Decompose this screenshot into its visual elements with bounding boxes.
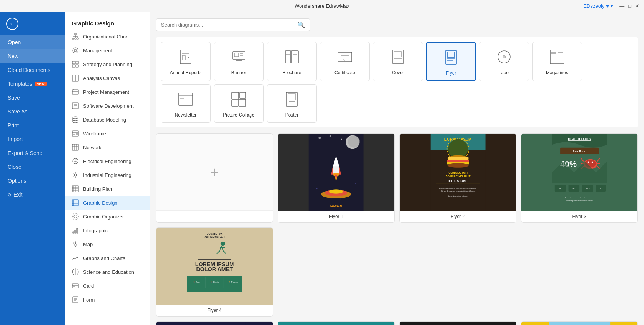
nav-item-electrical[interactable]: Electrical Engineering [65, 154, 150, 168]
flyer5-card[interactable]: LOREM IPSUM Lorem ipsum dolor sit amet, … [156, 321, 273, 325]
back-button[interactable]: ← [0, 12, 65, 35]
category-picture-collage[interactable]: Picture Collage [214, 84, 264, 123]
flyer6-card[interactable]: LOREM IPSUM CONSECTUR ADIPISCING DOLOR S… [278, 321, 394, 325]
brochure-icon [282, 47, 302, 67]
nav-item-card[interactable]: Card [65, 279, 150, 293]
sidebar-item-save[interactable]: Save [0, 91, 65, 105]
sidebar-item-import[interactable]: Import [0, 132, 65, 146]
svg-rect-68 [182, 55, 185, 60]
nav-item-graphic-design[interactable]: Graphic Design [65, 196, 150, 210]
nav-item-graphs[interactable]: Graphs and Charts [65, 251, 150, 265]
category-poster[interactable]: Poster [267, 84, 317, 123]
nav-item-software[interactable]: Software Development [65, 99, 150, 113]
sidebar-item-close[interactable]: Close [0, 160, 65, 174]
nav-item-network[interactable]: Network [65, 140, 150, 154]
svg-rect-97 [557, 50, 564, 64]
template-grid: + [156, 133, 638, 317]
nav-item-analysis[interactable]: Analysis Canvas [65, 71, 150, 85]
sidebar-item-exit[interactable]: ⊙ Exit [0, 188, 65, 202]
flyer3-label: Flyer 3 [521, 211, 637, 222]
org-chart-icon [72, 33, 79, 40]
nav-item-science[interactable]: Science and Education [65, 265, 150, 279]
svg-point-55 [75, 243, 76, 244]
flyer8-card[interactable]: LOREM IPSUM [521, 321, 638, 325]
banner-icon [229, 47, 249, 67]
svg-text:Lorem ipsum dolor sit amet, co: Lorem ipsum dolor sit amet, consectetur … [439, 187, 477, 189]
form-icon [72, 296, 79, 303]
sidebar-item-save-as[interactable]: Save As [0, 105, 65, 118]
nav-item-org-chart[interactable]: Organizational Chart [65, 30, 150, 43]
svg-text:Sea Food: Sea Food [572, 150, 586, 153]
flyer1-card[interactable]: LAUNCH Flyer 1 [278, 133, 394, 223]
sidebar-item-templates[interactable]: Templates NEW [0, 77, 65, 91]
card-icon [72, 282, 79, 290]
left-sidebar: ← Open New Cloud Documents Templates NEW… [0, 12, 65, 325]
nav-item-industrial[interactable]: Industrial Engineering [65, 168, 150, 182]
blank-thumb: + [156, 134, 273, 211]
svg-point-130 [329, 189, 343, 193]
svg-rect-53 [75, 230, 76, 233]
nav-item-project[interactable]: Project Management [65, 85, 150, 99]
flyer7-thumb: LOREM IPSUM DOLOR Lorem ipsum dolor sit … [400, 322, 516, 325]
svg-text:adipiscing elit sed do eiusmod: adipiscing elit sed do eiusmod tempor [566, 200, 593, 202]
svg-point-51 [72, 213, 78, 220]
flyer7-card[interactable]: LOREM IPSUM DOLOR Lorem ipsum dolor sit … [399, 321, 516, 325]
category-certificate[interactable]: Certificate [320, 42, 370, 81]
nav-item-map[interactable]: Map [65, 237, 150, 251]
certificate-icon [335, 47, 355, 67]
svg-point-120 [341, 139, 342, 140]
svg-rect-90 [447, 52, 455, 57]
flyer3-card[interactable]: HEALTH FACTS Sea Food 40% [521, 133, 638, 223]
svg-point-84 [344, 58, 346, 60]
blank-template-card[interactable]: + [156, 133, 273, 223]
middle-nav: Graphic Design Organizational Chart Mana… [65, 12, 150, 325]
svg-text:DOLOR SIT AMET: DOLOR SIT AMET [447, 180, 468, 182]
svg-rect-29 [73, 133, 75, 135]
nav-item-wireframe[interactable]: Wireframe [65, 127, 150, 140]
svg-text:295: 295 [586, 187, 590, 190]
category-magazines[interactable]: Magazines [532, 42, 582, 81]
industrial-icon [72, 171, 79, 179]
nav-item-graphic-organizer[interactable]: Graphic Organizer [65, 210, 150, 223]
nav-item-infographic[interactable]: Infographic [65, 223, 150, 237]
flyer5-thumb: LOREM IPSUM Lorem ipsum dolor sit amet, … [156, 322, 273, 325]
category-brochure[interactable]: Brochure [267, 42, 317, 81]
nav-item-management[interactable]: Management [65, 43, 150, 57]
sidebar-item-open[interactable]: Open [0, 35, 65, 49]
svg-rect-210 [549, 322, 610, 325]
sidebar-item-options[interactable]: Options [0, 174, 65, 188]
svg-rect-71 [234, 53, 239, 57]
category-flyer[interactable]: Flyer [426, 42, 476, 81]
category-annual-reports[interactable]: Annual Reports [161, 42, 211, 81]
sidebar-item-print[interactable]: Print [0, 118, 65, 132]
nav-item-strategy[interactable]: Strategy and Planning [65, 57, 150, 71]
maximize-button[interactable]: □ [628, 3, 631, 9]
main-layout: ← Open New Cloud Documents Templates NEW… [0, 12, 644, 325]
category-cover[interactable]: Cover [373, 42, 423, 81]
close-button[interactable]: ✕ [635, 3, 639, 9]
management-icon [72, 47, 79, 54]
category-banner[interactable]: Banner [214, 42, 264, 81]
sidebar-item-cloud[interactable]: Cloud Documents [0, 63, 65, 77]
search-input[interactable] [161, 22, 297, 28]
svg-text:Lorem ipsum dolor sit amet con: Lorem ipsum dolor sit amet consectetur [565, 197, 594, 199]
flyer-icon [441, 47, 461, 67]
nav-item-building[interactable]: Building Plan [65, 182, 150, 196]
sidebar-item-export[interactable]: Export & Send [0, 146, 65, 160]
flyer4-card[interactable]: CONSECTUR ADIPISCING ELIT LOREM IPSUM DO… [156, 227, 273, 317]
sidebar-item-new[interactable]: New [0, 49, 65, 63]
flyer4-thumb: CONSECTUR ADIPISCING ELIT LOREM IPSUM DO… [156, 228, 273, 305]
user-dropdown-icon[interactable]: ▾ [611, 3, 613, 9]
user-info: EDszeoly ♥ ▾ [583, 3, 613, 9]
flyer2-card[interactable]: LOREM IPSUM CONSECTUR ADIPISCING ELIT [399, 133, 516, 223]
nav-item-form[interactable]: Form [65, 293, 150, 307]
category-label[interactable]: Label [479, 42, 529, 81]
category-newsletter[interactable]: Newsletter [161, 84, 211, 123]
minimize-button[interactable]: — [619, 3, 624, 9]
search-icon[interactable]: 🔍 [297, 21, 305, 28]
magazines-icon [547, 47, 567, 67]
nav-item-database[interactable]: Database Modeling [65, 113, 150, 127]
svg-point-146 [447, 163, 468, 167]
newsletter-label: Newsletter [175, 112, 197, 118]
svg-rect-109 [232, 100, 238, 106]
